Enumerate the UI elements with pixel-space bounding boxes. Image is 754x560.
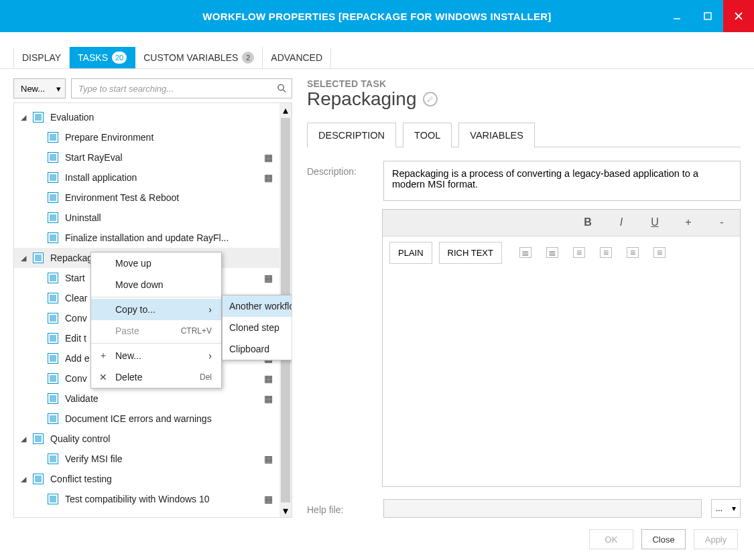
tab-tool[interactable]: TOOL [403,123,452,147]
maximize-button[interactable] [692,0,723,32]
ctx-new[interactable]: ＋New...› [91,345,221,366]
editor-tab-plain[interactable]: PLAIN [389,242,432,264]
tree-group-quality-control[interactable]: ◢ Quality control [14,429,279,449]
new-dropdown[interactable]: New... ▾ [13,78,66,98]
editor-tabs: PLAIN RICH TEXT ≣ ≣ ≡ ≡ ≡ ≡ [383,236,740,264]
description-textbox[interactable]: Repackaging is a process of converting a… [383,161,741,201]
tab-description[interactable]: DESCRIPTION [307,123,396,147]
scroll-down-icon[interactable]: ▾ [279,504,292,517]
search-input[interactable] [71,78,292,98]
list-numbers-icon[interactable]: ≣ [546,247,558,258]
checkbox[interactable] [48,413,58,424]
tree-item-prepare-environment[interactable]: Prepare Environment [14,127,279,147]
tab-tasks-count: 20 [112,52,127,64]
context-menu: Move up Move down Copy to...› PasteCTRL+… [90,252,222,389]
checkbox[interactable] [48,232,58,243]
checkbox[interactable] [33,433,44,444]
checkbox[interactable] [48,393,58,404]
tree-item-document-ice[interactable]: Document ICE errors and warnings [14,409,279,429]
help-file-browse-button[interactable]: ... ▾ [711,499,741,518]
checkbox[interactable] [48,293,58,303]
pencil-icon [427,96,434,102]
chevron-down-icon: ▾ [56,84,61,94]
tree-item-install-application[interactable]: Install application▦ [14,167,279,188]
editor-align-icons: ≣ ≣ ≡ ≡ ≡ ≡ [519,247,666,258]
align-justify-icon[interactable]: ≡ [653,247,666,258]
expand-icon[interactable]: ◢ [18,254,29,263]
editor-tab-rich[interactable]: RICH TEXT [439,242,502,264]
help-file-input[interactable] [383,499,702,518]
decrease-button[interactable]: - [714,216,729,228]
tree-item-start-rayeval[interactable]: Start RayEval▦ [14,147,279,167]
checkbox[interactable] [48,313,58,324]
checkbox[interactable] [48,172,58,183]
align-center-icon[interactable]: ≡ [600,247,612,258]
tree-group-label: Evaluation [50,112,274,123]
window-title: WORKFLOW PROPERTIES [REPACKAGE FOR WINDO… [202,11,551,22]
tree-item-env-test-reboot[interactable]: Environment Test & Reboot [14,188,279,208]
tree-item-test-compat-win10[interactable]: Test compatibility with Windows 10▦ [14,489,279,509]
ctx-move-down[interactable]: Move down [91,274,221,295]
checkbox[interactable] [48,494,58,504]
close-button[interactable] [723,0,754,32]
tool-icon: ▦ [262,393,274,405]
tool-icon: ▦ [262,372,274,384]
checkbox[interactable] [48,373,58,384]
checkbox[interactable] [48,353,58,364]
body: New... ▾ ◢ Evaluation Prepare Environmen… [0,69,754,518]
checkbox[interactable] [33,474,44,484]
ctx-cloned-step[interactable]: Cloned step [223,317,292,338]
expand-icon[interactable]: ◢ [18,435,29,443]
list-bullets-icon[interactable]: ≣ [519,247,531,258]
underline-button[interactable]: U [647,216,662,228]
checkbox[interactable] [48,273,58,283]
align-right-icon[interactable]: ≡ [627,247,639,258]
ctx-clipboard[interactable]: ClipboardCTRL+C [223,338,292,360]
ctx-label: Paste [115,326,139,336]
scroll-up-icon[interactable]: ▴ [279,103,292,117]
context-submenu: Another workflow Cloned step ClipboardCT… [222,295,292,360]
tool-icon: ▦ [262,453,274,465]
checkbox[interactable] [48,152,58,163]
ok-button[interactable]: OK [589,529,633,549]
tab-custom-variables[interactable]: CUSTOM VARIABLES 2 [135,47,263,68]
minimize-icon [672,11,682,21]
apply-button[interactable]: Apply [694,529,738,549]
ctx-another-workflow[interactable]: Another workflow [223,295,292,317]
align-left-icon[interactable]: ≡ [573,247,585,258]
window-controls [662,0,754,32]
checkbox[interactable] [48,192,58,203]
tree-item-uninstall[interactable]: Uninstall [14,208,279,228]
tree-item-finalize-installation[interactable]: Finalize installation and update RayFl..… [14,228,279,248]
close-dialog-button[interactable]: Close [641,529,686,549]
tree-item-verify-msi[interactable]: Verify MSI file▦ [14,449,279,469]
separator [91,297,221,297]
tab-variables[interactable]: VARIABLES [458,123,535,147]
checkbox[interactable] [48,212,58,223]
tab-tasks[interactable]: TASKS 20 [70,47,135,68]
tab-custom-variables-label: CUSTOM VARIABLES [143,52,238,63]
edit-title-button[interactable] [423,92,438,107]
ctx-delete[interactable]: ✕DeleteDel [91,366,221,388]
editor-body[interactable] [383,264,740,486]
minimize-button[interactable] [662,0,692,32]
tree-group-evaluation[interactable]: ◢ Evaluation [14,107,279,127]
ctx-move-up[interactable]: Move up [91,253,221,274]
tab-display[interactable]: DISPLAY [13,48,70,68]
tab-advanced[interactable]: ADVANCED [263,48,331,68]
tree-item-label: Test compatibility with Windows 10 [65,494,258,504]
checkbox[interactable] [48,333,58,344]
expand-icon[interactable]: ◢ [18,475,29,484]
bold-button[interactable]: B [580,216,595,228]
italic-button[interactable]: I [614,216,629,228]
expand-icon[interactable]: ◢ [18,113,29,122]
checkbox[interactable] [33,112,44,123]
ctx-copy-to[interactable]: Copy to...› [91,299,221,320]
checkbox[interactable] [33,253,44,263]
tree-group-conflict-testing[interactable]: ◢ Conflict testing [14,469,279,489]
main-tabs: DISPLAY TASKS 20 CUSTOM VARIABLES 2 ADVA… [0,47,754,69]
checkbox[interactable] [48,453,58,464]
tree-item-validate[interactable]: Validate▦ [14,389,279,409]
checkbox[interactable] [48,132,58,143]
increase-button[interactable]: + [681,216,696,228]
